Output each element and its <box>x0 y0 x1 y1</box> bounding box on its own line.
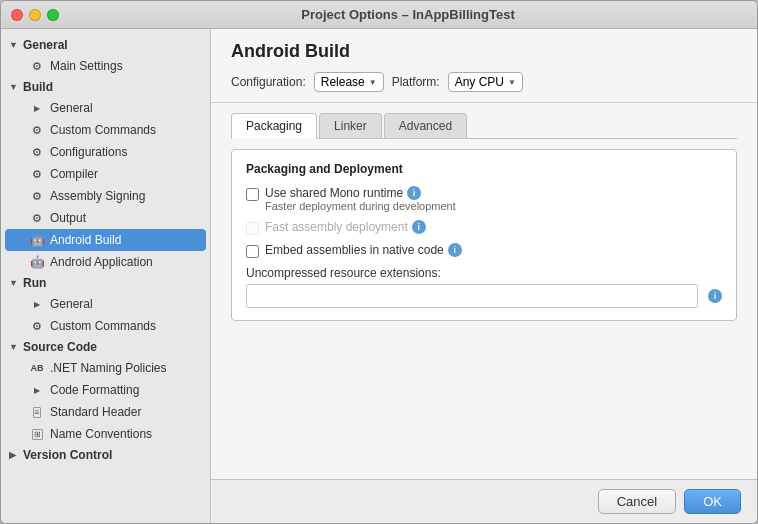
resource-input-row: i <box>246 284 722 308</box>
sidebar-item-compiler[interactable]: Compiler <box>1 163 210 185</box>
arrow-icon: ▶ <box>9 450 19 460</box>
shared-mono-info-icon[interactable]: i <box>407 186 421 200</box>
sidebar-item-label: Output <box>50 211 86 225</box>
config-label: Configuration: <box>231 75 306 89</box>
window: Project Options – InAppBillingTest ▼ Gen… <box>0 0 758 524</box>
dropdown-arrow-icon: ▼ <box>369 78 377 87</box>
arrow-icon: ▼ <box>9 342 19 352</box>
sidebar-item-code-formatting[interactable]: Code Formatting <box>1 379 210 401</box>
sidebar-section-version-control[interactable]: ▶ Version Control <box>1 445 210 465</box>
embed-assemblies-checkbox[interactable] <box>246 245 259 258</box>
sidebar-item-assembly-signing[interactable]: Assembly Signing <box>1 185 210 207</box>
fast-assembly-label: Fast assembly deployment <box>265 220 408 234</box>
main-content: ▼ General Main Settings ▼ Build General … <box>1 29 757 523</box>
sidebar-section-label-build: Build <box>23 80 53 94</box>
sidebar-item-run-custom-commands[interactable]: Custom Commands <box>1 315 210 337</box>
sidebar-item-output[interactable]: Output <box>1 207 210 229</box>
gear-icon <box>29 58 45 74</box>
content-box: Packaging and Deployment Use shared Mono… <box>231 149 737 321</box>
config-value: Release <box>321 75 365 89</box>
sidebar-item-label: Configurations <box>50 145 127 159</box>
sidebar-item-android-build[interactable]: Android Build <box>5 229 206 251</box>
sidebar-item-configurations[interactable]: Configurations <box>1 141 210 163</box>
sidebar-item-label: Custom Commands <box>50 319 156 333</box>
resource-label: Uncompressed resource extensions: <box>246 266 722 280</box>
shared-mono-sublabel: Faster deployment during development <box>265 200 456 212</box>
main-panel: Android Build Configuration: Release ▼ P… <box>211 29 757 523</box>
sidebar: ▼ General Main Settings ▼ Build General … <box>1 29 211 523</box>
resource-info-icon[interactable]: i <box>708 289 722 303</box>
tab-advanced[interactable]: Advanced <box>384 113 467 138</box>
sidebar-item-label: General <box>50 297 93 311</box>
option-row-embed-assemblies: Embed assemblies in native code i <box>246 243 722 258</box>
sidebar-section-source-code[interactable]: ▼ Source Code <box>1 337 210 357</box>
panel-header: Android Build Configuration: Release ▼ P… <box>211 29 757 103</box>
sidebar-section-run[interactable]: ▼ Run <box>1 273 210 293</box>
gear-icon <box>29 188 45 204</box>
window-title: Project Options – InAppBillingTest <box>69 7 747 22</box>
android-icon <box>29 254 45 270</box>
fast-assembly-checkbox[interactable] <box>246 222 259 235</box>
option-row-shared-mono: Use shared Mono runtime i Faster deploym… <box>246 186 722 212</box>
sidebar-item-label: Android Build <box>50 233 121 247</box>
panel-content: Packaging and Deployment Use shared Mono… <box>211 139 757 479</box>
sidebar-section-label-source-code: Source Code <box>23 340 97 354</box>
tabs: Packaging Linker Advanced <box>231 113 737 139</box>
grid-icon: ⊞ <box>29 426 45 442</box>
sidebar-item-build-general[interactable]: General <box>1 97 210 119</box>
arrow-icon: ▼ <box>9 40 19 50</box>
sidebar-item-label: Name Conventions <box>50 427 152 441</box>
platform-dropdown[interactable]: Any CPU ▼ <box>448 72 523 92</box>
maximize-button[interactable] <box>47 9 59 21</box>
sidebar-item-name-conventions[interactable]: ⊞ Name Conventions <box>1 423 210 445</box>
shared-mono-checkbox[interactable] <box>246 188 259 201</box>
gear-icon <box>29 122 45 138</box>
resource-input[interactable] <box>246 284 698 308</box>
sidebar-item-label: Code Formatting <box>50 383 139 397</box>
sidebar-section-build[interactable]: ▼ Build <box>1 77 210 97</box>
gear-icon <box>29 144 45 160</box>
footer: Cancel OK <box>211 479 757 523</box>
sidebar-item-standard-header[interactable]: ≡ Standard Header <box>1 401 210 423</box>
sidebar-item-main-settings[interactable]: Main Settings <box>1 55 210 77</box>
tab-packaging[interactable]: Packaging <box>231 113 317 139</box>
sidebar-section-general[interactable]: ▼ General <box>1 35 210 55</box>
option-row-fast-assembly: Fast assembly deployment i <box>246 220 722 235</box>
arrow-icon: ▼ <box>9 278 19 288</box>
sidebar-item-naming-policies[interactable]: AB .NET Naming Policies <box>1 357 210 379</box>
tabs-area: Packaging Linker Advanced <box>211 103 757 139</box>
sidebar-item-custom-commands[interactable]: Custom Commands <box>1 119 210 141</box>
sidebar-item-run-general[interactable]: General <box>1 293 210 315</box>
sidebar-section-label-run: Run <box>23 276 46 290</box>
gear-icon <box>29 318 45 334</box>
sidebar-item-android-application[interactable]: Android Application <box>1 251 210 273</box>
android-icon <box>29 232 45 248</box>
arrow-icon: ▼ <box>9 82 19 92</box>
code-icon: ≡ <box>29 404 45 420</box>
sidebar-item-label: .NET Naming Policies <box>50 361 166 375</box>
configuration-dropdown[interactable]: Release ▼ <box>314 72 384 92</box>
play-icon <box>29 382 45 398</box>
dropdown-arrow-icon: ▼ <box>508 78 516 87</box>
embed-assemblies-label: Embed assemblies in native code <box>265 243 444 257</box>
embed-assemblies-info-icon[interactable]: i <box>448 243 462 257</box>
sidebar-section-label-version-control: Version Control <box>23 448 112 462</box>
play-icon <box>29 296 45 312</box>
play-icon <box>29 100 45 116</box>
traffic-lights <box>11 9 59 21</box>
section-title: Packaging and Deployment <box>246 162 722 176</box>
sidebar-item-label: Custom Commands <box>50 123 156 137</box>
fast-assembly-info-icon[interactable]: i <box>412 220 426 234</box>
minimize-button[interactable] <box>29 9 41 21</box>
close-button[interactable] <box>11 9 23 21</box>
cancel-button[interactable]: Cancel <box>598 489 676 514</box>
platform-label: Platform: <box>392 75 440 89</box>
sidebar-item-label: General <box>50 101 93 115</box>
sidebar-item-label: Android Application <box>50 255 153 269</box>
sidebar-item-label: Main Settings <box>50 59 123 73</box>
tab-linker[interactable]: Linker <box>319 113 382 138</box>
ok-button[interactable]: OK <box>684 489 741 514</box>
config-row: Configuration: Release ▼ Platform: Any C… <box>231 72 737 92</box>
titlebar: Project Options – InAppBillingTest <box>1 1 757 29</box>
sidebar-item-label: Standard Header <box>50 405 141 419</box>
